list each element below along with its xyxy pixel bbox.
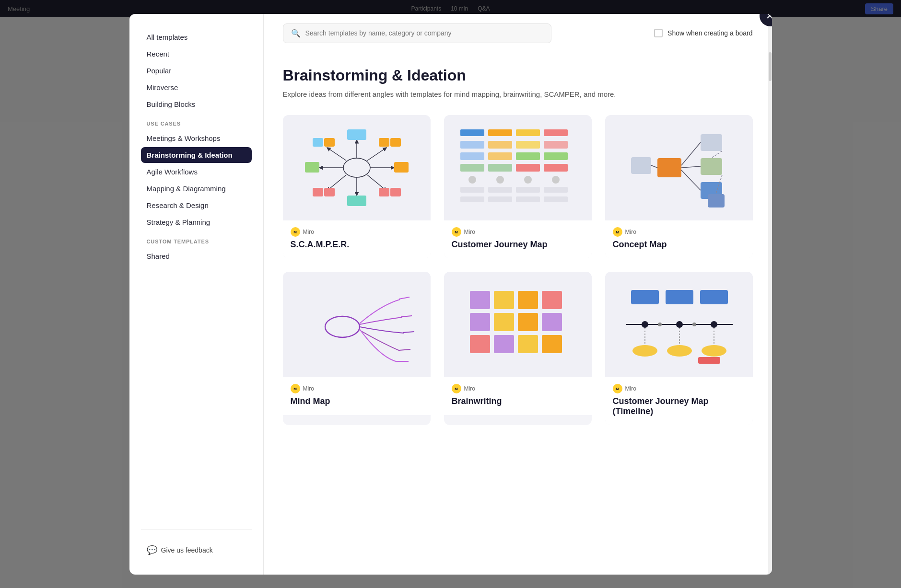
search-box: 🔍 [283,23,551,43]
svg-point-61 [325,316,360,337]
svg-rect-16 [390,138,401,147]
card-info-cj-timeline: M Miro Customer Journey Map (Timeline) [605,377,753,425]
svg-rect-44 [544,187,568,193]
close-icon: ✕ [766,14,772,22]
main-content: 🔍 Show when creating a board Brainstormi… [264,14,772,575]
svg-line-6 [367,148,386,161]
svg-rect-17 [313,188,323,196]
author-name-concept-map: Miro [625,229,636,235]
sidebar-item-recent[interactable]: Recent [141,46,252,62]
svg-rect-10 [347,196,366,206]
svg-rect-70 [542,291,562,309]
sidebar-custom-templates: CUSTOM TEMPLATES Shared [141,231,252,265]
svg-rect-33 [460,164,484,172]
template-card-cj-timeline[interactable]: M Miro Customer Journey Map (Timeline) [605,272,753,425]
template-card-scamper[interactable]: M Miro S.C.A.M.P.E.R. [283,115,431,258]
svg-rect-25 [460,141,484,149]
template-modal: ✕ All templates Recent Popular Miroverse… [129,14,772,575]
author-name-mind-map: Miro [303,385,314,392]
use-cases-label: USE CASES [141,113,252,130]
card-title-concept-map: Concept Map [613,240,745,250]
sidebar: All templates Recent Popular Miroverse B… [129,14,264,575]
svg-rect-24 [544,129,568,136]
card-author-mind-map: M Miro [291,384,423,393]
svg-line-57 [681,170,701,190]
card-author-scamper: M Miro [291,227,423,237]
card-preview-concept-map [605,115,753,220]
svg-point-0 [343,158,370,177]
svg-rect-31 [516,152,540,160]
svg-rect-45 [460,196,484,202]
content-area: Brainstorming & Ideation Explore ideas f… [264,51,772,445]
svg-rect-11 [305,162,319,173]
svg-rect-19 [379,188,389,196]
modal-overlay: ✕ All templates Recent Popular Miroverse… [0,0,901,588]
template-card-brainwriting[interactable]: M Miro Brainwriting [444,272,592,425]
svg-point-84 [676,321,683,328]
card-info-scamper: M Miro S.C.A.M.P.E.R. [283,220,431,258]
scroll-thumb [769,52,772,81]
svg-rect-34 [488,164,512,172]
card-preview-cjm [444,115,592,220]
custom-templates-label: CUSTOM TEMPLATES [141,231,252,248]
sidebar-item-miroverse[interactable]: Miroverse [141,80,252,95]
section-title: Brainstorming & Ideation [283,67,753,84]
svg-rect-18 [324,188,335,196]
card-author-cj-timeline: M Miro [613,384,745,393]
sidebar-footer: 💬 Give us feedback [141,529,252,559]
template-card-concept-map[interactable]: M Miro Concept Map [605,115,753,258]
card-author-concept-map: M Miro [613,227,745,237]
svg-rect-28 [544,141,568,149]
sidebar-item-strategy-planning[interactable]: Strategy & Planning [141,214,252,230]
svg-rect-13 [313,138,323,147]
feedback-link[interactable]: 💬 Give us feedback [141,541,252,559]
card-title-cjm: Customer Journey Map [452,240,584,250]
svg-rect-27 [516,141,540,149]
svg-line-65 [399,349,410,350]
svg-point-83 [642,321,648,328]
card-preview-scamper [283,115,431,220]
sidebar-item-all-templates[interactable]: All templates [141,29,252,45]
miro-badge-brainwriting: M [452,384,461,393]
sidebar-item-building-blocks[interactable]: Building Blocks [141,96,252,112]
card-info-mind-map: M Miro Mind Map [283,377,431,415]
svg-rect-72 [494,313,514,331]
svg-point-38 [496,176,504,184]
svg-point-37 [468,176,476,184]
sidebar-item-brainstorming-ideation[interactable]: Brainstorming & Ideation [141,147,252,163]
svg-rect-48 [544,196,568,202]
svg-rect-77 [518,335,538,353]
sidebar-item-research-design[interactable]: Research & Design [141,197,252,213]
card-title-scamper: S.C.A.M.P.E.R. [291,240,423,250]
svg-rect-78 [542,335,562,353]
svg-rect-68 [494,291,514,309]
author-name-cj-timeline: Miro [625,385,636,392]
sidebar-item-shared[interactable]: Shared [141,248,252,264]
svg-line-60 [711,151,722,158]
svg-point-92 [658,323,662,326]
search-input[interactable] [305,29,543,37]
template-card-cjm[interactable]: M Miro Customer Journey Map [444,115,592,258]
card-preview-mind-map [283,272,431,377]
template-card-mind-map[interactable]: M Miro Mind Map [283,272,431,425]
scroll-track[interactable] [768,14,772,575]
sidebar-item-agile-workflows[interactable]: Agile Workflows [141,164,252,180]
svg-line-55 [681,142,701,165]
svg-rect-46 [488,196,512,202]
card-info-cjm: M Miro Customer Journey Map [444,220,592,258]
svg-rect-12 [394,162,409,173]
svg-rect-20 [390,188,401,196]
svg-point-40 [552,176,560,184]
show-when-creating-checkbox[interactable] [654,29,663,37]
svg-rect-23 [516,129,540,136]
svg-rect-69 [518,291,538,309]
sidebar-item-popular[interactable]: Popular [141,63,252,79]
svg-rect-41 [460,187,484,193]
sidebar-item-meetings-workshops[interactable]: Meetings & Workshops [141,130,252,146]
sidebar-item-mapping-diagramming[interactable]: Mapping & Diagramming [141,181,252,196]
miro-badge-concept-map: M [613,227,622,237]
author-name-cjm: Miro [464,229,475,235]
svg-line-56 [681,166,701,168]
card-preview-brainwriting [444,272,592,377]
svg-rect-75 [470,335,490,353]
